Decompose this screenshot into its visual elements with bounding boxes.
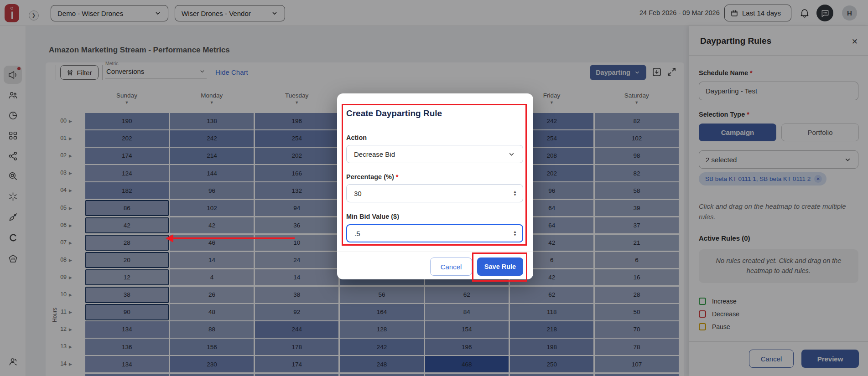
percentage-field-label: Percentage (%)* [346, 173, 398, 180]
modal-cancel-button[interactable]: Cancel [430, 258, 472, 276]
app-root: Amazon Marketing Stream - Performance Me… [0, 0, 868, 376]
action-select[interactable]: Decrease Bid [346, 145, 523, 163]
modal-footer-divider [337, 252, 533, 252]
action-select-value: Decrease Bid [354, 150, 395, 158]
annotation-arrow-head [166, 234, 173, 242]
chevron-down-icon [508, 150, 515, 158]
min-bid-field-label: Min Bid Value ($) [346, 213, 399, 220]
modal-title: Create Dayparting Rule [346, 108, 442, 118]
modal-save-rule-button[interactable]: Save Rule [477, 258, 523, 276]
annotation-arrow [172, 237, 295, 239]
min-bid-input[interactable] [346, 224, 523, 242]
required-asterisk: * [396, 173, 399, 180]
create-dayparting-rule-modal: Create Dayparting Rule Action Decrease B… [337, 93, 533, 279]
number-stepper-icon[interactable]: ▲▼ [512, 190, 518, 196]
action-field-label: Action [346, 134, 367, 141]
number-stepper-icon[interactable]: ▲▼ [512, 230, 518, 237]
percentage-input[interactable] [346, 184, 523, 202]
